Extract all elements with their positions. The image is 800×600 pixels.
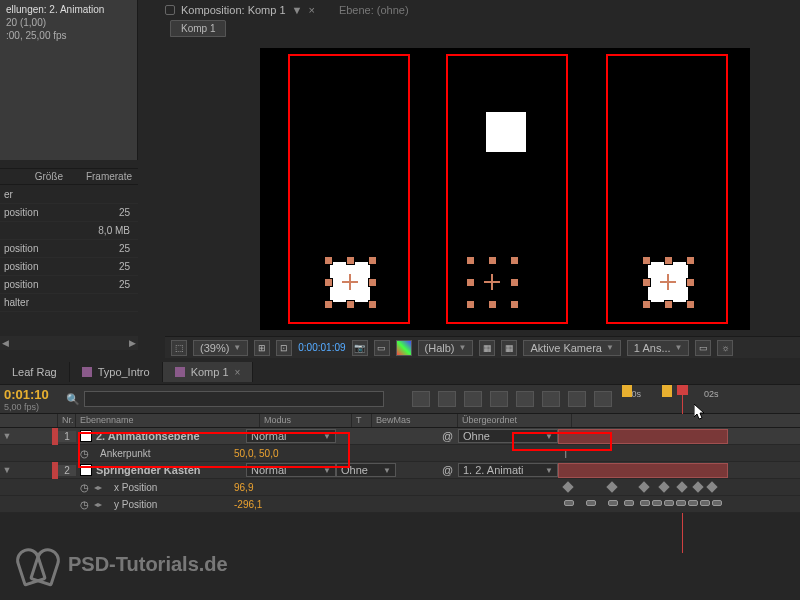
property-row[interactable]: ◷ ◂▸ x Position 96,9: [0, 479, 800, 496]
kf-nav-icon[interactable]: ◂▸: [94, 483, 108, 492]
keyframe[interactable]: [692, 481, 703, 492]
scroll-left-icon[interactable]: ◀: [2, 338, 9, 348]
channel-icon[interactable]: [396, 340, 412, 356]
watermark: PSD-Tutorials.de: [18, 546, 228, 582]
shape-white-top: [486, 112, 526, 152]
asset-row[interactable]: halter: [0, 294, 138, 312]
tl-icon[interactable]: [464, 391, 482, 407]
parent-select[interactable]: 1. 2. Animati▼: [458, 463, 558, 477]
keyframe[interactable]: [562, 481, 573, 492]
camera-select[interactable]: Aktive Kamera▼: [523, 340, 620, 356]
layer-number: 2: [58, 465, 76, 476]
kf-nav-icon[interactable]: ◂▸: [94, 500, 108, 509]
highlight-box: [512, 432, 612, 451]
fast-preview-icon[interactable]: ▦: [479, 340, 495, 356]
time-ruler[interactable]: :00s 02s: [620, 385, 800, 413]
scroll-right-icon[interactable]: ▶: [129, 338, 136, 348]
col-t[interactable]: T: [352, 414, 372, 427]
pickwhip-icon[interactable]: @: [442, 464, 458, 476]
property-row[interactable]: ◷ ◂▸ y Position -296,1: [0, 496, 800, 513]
keyframe[interactable]: [688, 500, 698, 506]
timeline-toggle-icon[interactable]: ▦: [501, 340, 517, 356]
composition-viewer[interactable]: [260, 48, 750, 330]
tab-composition[interactable]: Komposition: Komp 1 ▼ ×: [165, 4, 315, 16]
keyframe[interactable]: [676, 481, 687, 492]
search-input[interactable]: [84, 391, 384, 407]
resolution-select[interactable]: (Halb)▼: [418, 340, 474, 356]
guides-icon[interactable]: ⊡: [276, 340, 292, 356]
layer-number: 1: [58, 431, 76, 442]
keyframe[interactable]: [606, 481, 617, 492]
tl-icon[interactable]: [438, 391, 456, 407]
keyframe[interactable]: [700, 500, 710, 506]
tab-layer[interactable]: Ebene: (ohne): [339, 4, 409, 16]
exposure-icon[interactable]: ☼: [717, 340, 733, 356]
col-nr[interactable]: Nr.: [58, 414, 76, 427]
close-icon[interactable]: ×: [308, 4, 314, 16]
expand-icon[interactable]: ▼: [0, 431, 14, 441]
tl-icon[interactable]: [594, 391, 612, 407]
project-meta1: 20 (1,00): [6, 17, 131, 28]
assets-header: Größe Framerate: [0, 168, 138, 185]
pickwhip-icon[interactable]: @: [442, 430, 458, 442]
timeline-timecode[interactable]: 0:01:10 5,00 fps): [0, 385, 60, 413]
pixel-aspect-icon[interactable]: ▭: [695, 340, 711, 356]
asset-row[interactable]: position25: [0, 258, 138, 276]
grid-icon[interactable]: ⊞: [254, 340, 270, 356]
col-parent[interactable]: Übergeordnet: [458, 414, 572, 427]
timeline-tab[interactable]: Leaf Rag: [0, 362, 70, 382]
property-value[interactable]: 96,9: [234, 482, 324, 493]
work-area-start[interactable]: [622, 385, 632, 397]
keyframe[interactable]: [624, 500, 634, 506]
keyframe[interactable]: [564, 500, 574, 506]
comp-subtab[interactable]: Komp 1: [170, 20, 226, 37]
views-select[interactable]: 1 Ans...▼: [627, 340, 690, 356]
keyframe[interactable]: [712, 500, 722, 506]
transparent-bg-icon[interactable]: ⬚: [171, 340, 187, 356]
tl-icon[interactable]: [542, 391, 560, 407]
expand-icon[interactable]: ▼: [0, 465, 14, 475]
timeline-tab-active[interactable]: Komp 1×: [163, 362, 254, 382]
keyframe[interactable]: [706, 481, 717, 492]
anchor-icon: [484, 274, 500, 290]
project-scrollbar[interactable]: ◀ ▶: [0, 336, 138, 350]
asset-row[interactable]: position25: [0, 240, 138, 258]
keyframe[interactable]: [586, 500, 596, 506]
zoom-select[interactable]: (39%)▼: [193, 340, 248, 356]
property-label: x Position: [108, 482, 234, 493]
keyframe[interactable]: [652, 500, 662, 506]
keyframe[interactable]: [640, 500, 650, 506]
project-item-title: ellungen: 2. Animation: [6, 4, 131, 15]
close-icon[interactable]: ×: [235, 367, 241, 378]
keyframe[interactable]: [608, 500, 618, 506]
keyframe[interactable]: [664, 500, 674, 506]
asset-row[interactable]: er: [0, 186, 138, 204]
col-fps[interactable]: Framerate: [69, 168, 138, 185]
timeline-tab[interactable]: Typo_Intro: [70, 362, 163, 382]
keyframe[interactable]: [676, 500, 686, 506]
layer-bar[interactable]: [558, 463, 728, 478]
tl-icon[interactable]: [412, 391, 430, 407]
asset-row[interactable]: position25: [0, 204, 138, 222]
asset-row[interactable]: 8,0 MB: [0, 222, 138, 240]
stopwatch-icon[interactable]: ◷: [80, 499, 94, 510]
col-trkmat[interactable]: BewMas: [372, 414, 458, 427]
tl-icon[interactable]: [516, 391, 534, 407]
col-size[interactable]: Größe: [0, 168, 69, 185]
timeline-tabs: Leaf Rag Typo_Intro Komp 1×: [0, 362, 253, 382]
col-mode[interactable]: Modus: [260, 414, 352, 427]
col-name[interactable]: Ebenenname: [76, 414, 260, 427]
current-time[interactable]: 0:00:01:09: [298, 342, 345, 353]
keyframe[interactable]: [658, 481, 669, 492]
property-value[interactable]: -296,1: [234, 499, 324, 510]
asset-row[interactable]: position25: [0, 276, 138, 294]
region-icon[interactable]: ▭: [374, 340, 390, 356]
stopwatch-icon[interactable]: ◷: [80, 482, 94, 493]
work-area-end[interactable]: [662, 385, 672, 397]
keyframe[interactable]: [638, 481, 649, 492]
anchor-icon: [660, 274, 676, 290]
tl-icon[interactable]: [490, 391, 508, 407]
snapshot-icon[interactable]: 📷: [352, 340, 368, 356]
tl-icon[interactable]: [568, 391, 586, 407]
chevron-down-icon[interactable]: ▼: [292, 4, 303, 16]
